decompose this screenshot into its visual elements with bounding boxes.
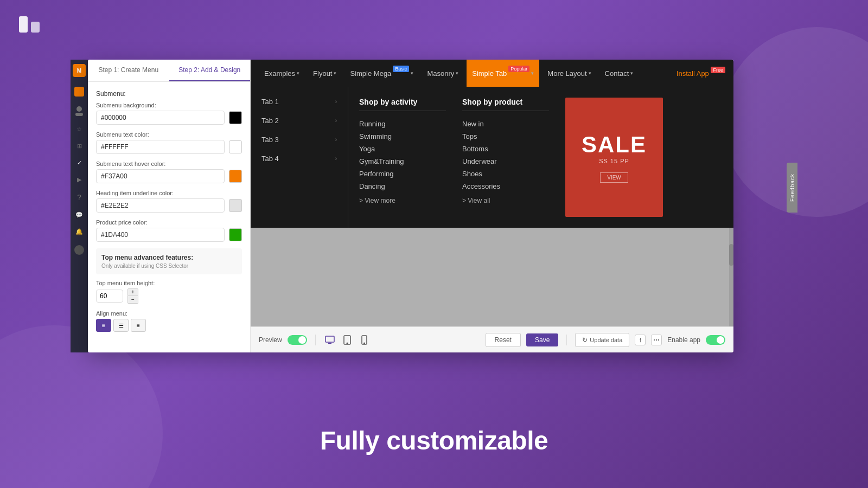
- align-right-button[interactable]: ≡: [131, 319, 146, 332]
- reset-button[interactable]: Reset: [486, 333, 521, 347]
- align-left-button[interactable]: ≡: [96, 319, 111, 332]
- align-row: ≡ ☰ ≡: [96, 319, 242, 332]
- price-color-row: [96, 228, 242, 242]
- text-color-swatch[interactable]: [229, 140, 242, 153]
- activity-swimming[interactable]: Swimming: [359, 130, 446, 143]
- product-column: Shop by product New in Tops Bottoms Unde…: [462, 98, 549, 217]
- save-button[interactable]: Save: [526, 333, 558, 346]
- sidebar-profile-icon[interactable]: [74, 106, 84, 116]
- align-center-button[interactable]: ☰: [113, 319, 129, 332]
- sidebar-logo: M: [73, 64, 86, 77]
- price-color-swatch[interactable]: [229, 228, 242, 241]
- height-increase-button[interactable]: +: [127, 288, 138, 296]
- bg-color-input[interactable]: [96, 111, 225, 125]
- svg-rect-2: [326, 336, 334, 342]
- mega-tab-3[interactable]: Tab 3 ›: [251, 130, 348, 149]
- more-button[interactable]: ⋯: [651, 335, 662, 345]
- sale-image[interactable]: SALE SS 15 PP VIEW: [565, 98, 663, 217]
- sidebar-support-icon[interactable]: 💬: [75, 211, 83, 219]
- preview-toggle[interactable]: [288, 335, 307, 345]
- product-accessories[interactable]: Accessories: [462, 180, 549, 192]
- headline: Fully customizable: [0, 426, 868, 455]
- mega-menu: Tab 1 › Tab 2 › Tab 3 › Tab 4 ›: [251, 87, 733, 228]
- bg-color-label: Submenu background:: [96, 102, 242, 108]
- underline-color-swatch[interactable]: [229, 199, 242, 212]
- activity-heading: Shop by activity: [359, 98, 446, 111]
- underline-color-input[interactable]: [96, 198, 225, 213]
- mega-tab-2[interactable]: Tab 2 ›: [251, 111, 348, 130]
- mega-tab-4[interactable]: Tab 4 ›: [251, 149, 348, 168]
- activity-performing[interactable]: Performing: [359, 168, 446, 180]
- bg-color-swatch[interactable]: [229, 111, 242, 124]
- submenu-label: Submenu:: [96, 90, 242, 98]
- height-label: Top menu item height:: [96, 280, 242, 286]
- price-color-label: Product price color:: [96, 219, 242, 226]
- nav-simple-mega[interactable]: Simple Mega Basic ▾: [344, 60, 419, 87]
- product-underwear[interactable]: Underwear: [462, 155, 549, 168]
- mega-content: Shop by activity Running Swimming Yoga G…: [348, 87, 733, 228]
- activity-running[interactable]: Running: [359, 118, 446, 130]
- nav-flyout[interactable]: Flyout ▾: [308, 60, 342, 87]
- mega-tab-list: Tab 1 › Tab 2 › Tab 3 › Tab 4 ›: [251, 87, 348, 228]
- hover-color-input[interactable]: [96, 169, 225, 183]
- height-row: + −: [96, 288, 242, 304]
- tab-step1[interactable]: Step 1: Create Menu: [88, 60, 169, 81]
- height-decrease-button[interactable]: −: [127, 296, 138, 304]
- nav-more-layout[interactable]: More Layout ▾: [542, 60, 596, 87]
- advanced-subtitle: Only available if using CSS Selector: [101, 263, 237, 269]
- product-new-in[interactable]: New in: [462, 118, 549, 130]
- activity-view-more[interactable]: > View more: [359, 197, 446, 204]
- text-color-row: [96, 140, 242, 154]
- product-shoes[interactable]: Shoes: [462, 168, 549, 180]
- update-button[interactable]: ↻ Update data: [575, 333, 629, 347]
- install-app-badge: Free: [711, 67, 725, 73]
- nav-contact[interactable]: Contact ▾: [599, 60, 639, 87]
- tablet-icon[interactable]: [341, 334, 353, 346]
- sidebar-settings-icon[interactable]: [74, 87, 84, 97]
- share-button[interactable]: ↑: [635, 335, 646, 345]
- product-tops[interactable]: Tops: [462, 130, 549, 143]
- price-color-input[interactable]: [96, 228, 225, 242]
- top-logo: [16, 11, 43, 38]
- desktop-icon[interactable]: [324, 334, 336, 346]
- height-input[interactable]: [96, 290, 123, 303]
- left-panel: Step 1: Create Menu Step 2: Add & Design…: [88, 60, 251, 352]
- product-bottoms[interactable]: Bottoms: [462, 143, 549, 155]
- nav-examples[interactable]: Examples ▾: [259, 60, 305, 87]
- activity-yoga[interactable]: Yoga: [359, 143, 446, 155]
- underline-color-label: Heading item underline color:: [96, 190, 242, 196]
- nav-masonry[interactable]: Masonry ▾: [422, 60, 464, 87]
- tab-step2[interactable]: Step 2: Add & Design: [169, 60, 251, 81]
- mobile-icon[interactable]: [359, 334, 371, 346]
- nav-install-app[interactable]: Install App Free: [676, 69, 725, 78]
- activity-dancing[interactable]: Dancing: [359, 180, 446, 192]
- sidebar-notifications-icon[interactable]: 🔔: [75, 228, 83, 235]
- feedback-tab[interactable]: Feedback: [787, 163, 797, 213]
- nav-simple-tab[interactable]: Simple Tab Popular ▾: [467, 60, 539, 87]
- text-color-label: Submenu text color:: [96, 131, 242, 138]
- sidebar-tutorials-icon[interactable]: ▶: [77, 176, 81, 183]
- preview-area: [251, 228, 733, 326]
- sale-sub: SS 15 PP: [599, 158, 629, 164]
- sidebar-process-icon[interactable]: ✓: [77, 159, 82, 166]
- svg-point-5: [347, 343, 348, 344]
- ui-container: Step 1: Create Menu Step 2: Add & Design…: [88, 60, 733, 352]
- simple-mega-badge: Basic: [393, 66, 409, 72]
- mega-tab-1[interactable]: Tab 1 ›: [251, 92, 348, 111]
- sidebar-instructions-icon[interactable]: ?: [77, 193, 81, 202]
- advanced-section: Top menu advanced features: Only availab…: [96, 248, 242, 274]
- panel-content: Submenu: Submenu background: Submenu tex…: [88, 82, 250, 352]
- sale-link[interactable]: VIEW: [600, 172, 628, 183]
- sidebar-avatar[interactable]: [74, 245, 84, 255]
- activity-gym[interactable]: Gym&Training: [359, 155, 446, 168]
- product-view-all[interactable]: > View all: [462, 197, 549, 204]
- sidebar-explore-icon[interactable]: ⊞: [77, 143, 82, 150]
- sidebar-tips-icon[interactable]: ☆: [76, 126, 82, 133]
- hover-color-swatch[interactable]: [229, 170, 242, 183]
- text-color-input[interactable]: [96, 140, 225, 154]
- hover-color-label: Submenu text hover color:: [96, 160, 242, 167]
- text-color-group: Submenu text color:: [96, 131, 242, 154]
- app-sidebar: M ☆ ⊞ ✓ ▶ ? 💬 🔔: [71, 60, 88, 352]
- enable-toggle[interactable]: [706, 335, 725, 345]
- underline-color-row: [96, 198, 242, 213]
